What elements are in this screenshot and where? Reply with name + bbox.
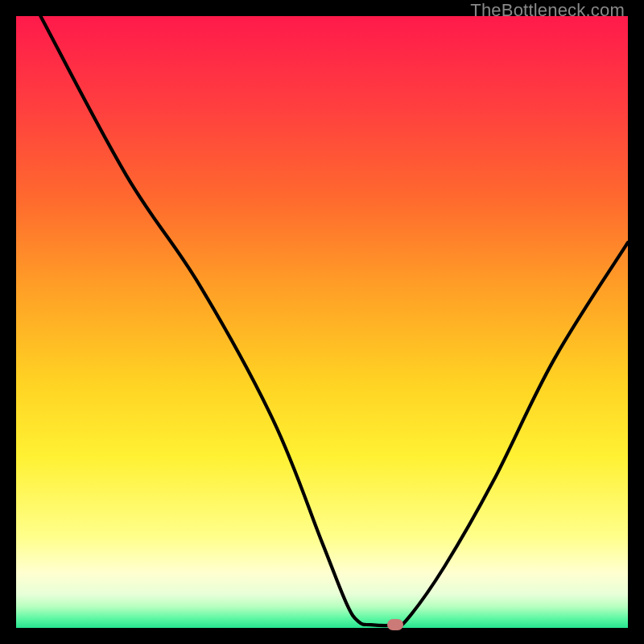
bottleneck-curve bbox=[16, 16, 628, 628]
watermark-text: TheBottleneck.com bbox=[470, 0, 625, 21]
optimal-marker bbox=[387, 619, 403, 630]
plot-area bbox=[16, 16, 628, 628]
chart-frame bbox=[16, 16, 628, 628]
